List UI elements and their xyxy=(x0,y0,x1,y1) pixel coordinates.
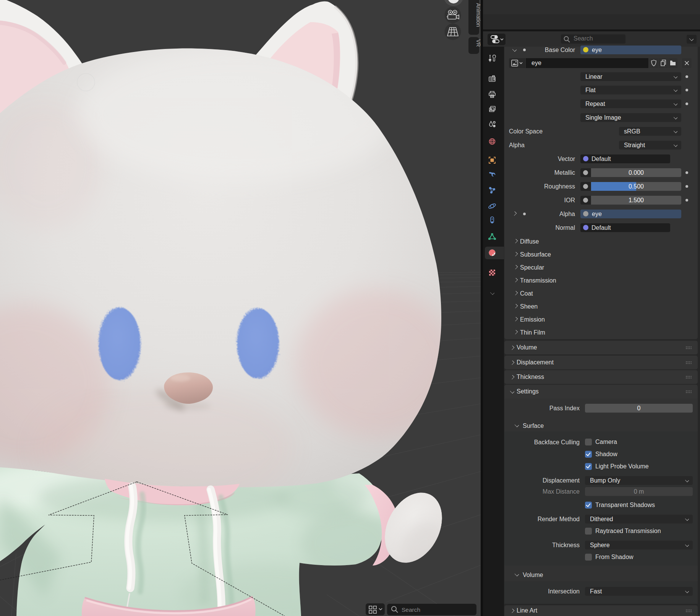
svg-text:Search: Search xyxy=(402,606,420,613)
svg-text:Animation: Animation xyxy=(475,3,481,27)
svg-text:VR: VR xyxy=(475,39,481,47)
